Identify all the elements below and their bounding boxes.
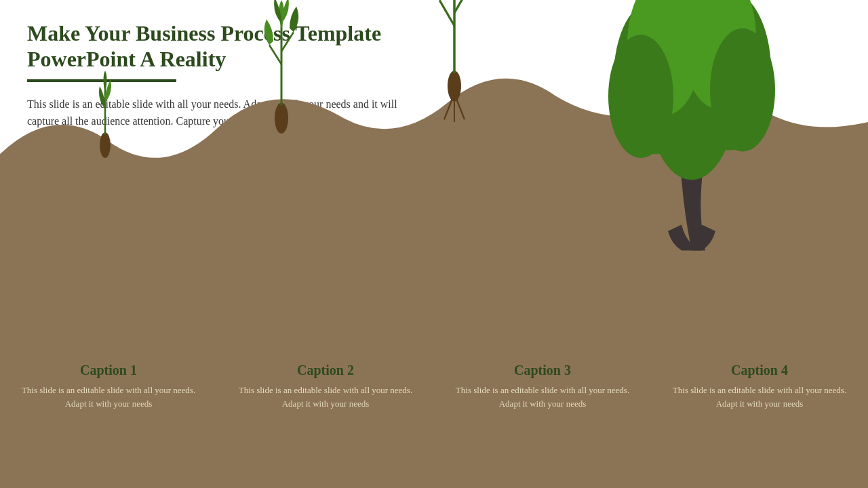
svg-line-5 <box>281 32 294 51</box>
caption-2-title: Caption 2 <box>297 363 354 378</box>
svg-line-4 <box>269 45 281 64</box>
caption-col-1: Caption 1 This slide is an editable slid… <box>0 356 217 488</box>
captions-row: Caption 1 This slide is an editable slid… <box>0 356 868 488</box>
svg-line-11 <box>439 0 454 26</box>
svg-line-12 <box>454 0 469 13</box>
svg-point-0 <box>100 132 111 158</box>
caption-col-4: Caption 4 This slide is an editable slid… <box>651 356 868 488</box>
caption-3-title: Caption 3 <box>514 363 571 378</box>
caption-4-text: This slide is an editable slide with all… <box>661 384 858 410</box>
caption-4-title: Caption 4 <box>731 363 788 378</box>
svg-point-22 <box>608 35 673 158</box>
svg-point-2 <box>275 103 288 134</box>
svg-point-23 <box>710 28 775 152</box>
caption-3-text: This slide is an editable slide with all… <box>444 384 641 410</box>
caption-1-text: This slide is an editable slide with all… <box>10 384 207 410</box>
caption-2-text: This slide is an editable slide with all… <box>227 384 424 410</box>
caption-col-3: Caption 3 This slide is an editable slid… <box>434 356 651 488</box>
svg-point-9 <box>448 70 461 101</box>
caption-1-title: Caption 1 <box>80 363 137 378</box>
slide: Make Your Business Process Template Powe… <box>0 0 868 488</box>
caption-col-2: Caption 2 This slide is an editable slid… <box>217 356 434 488</box>
